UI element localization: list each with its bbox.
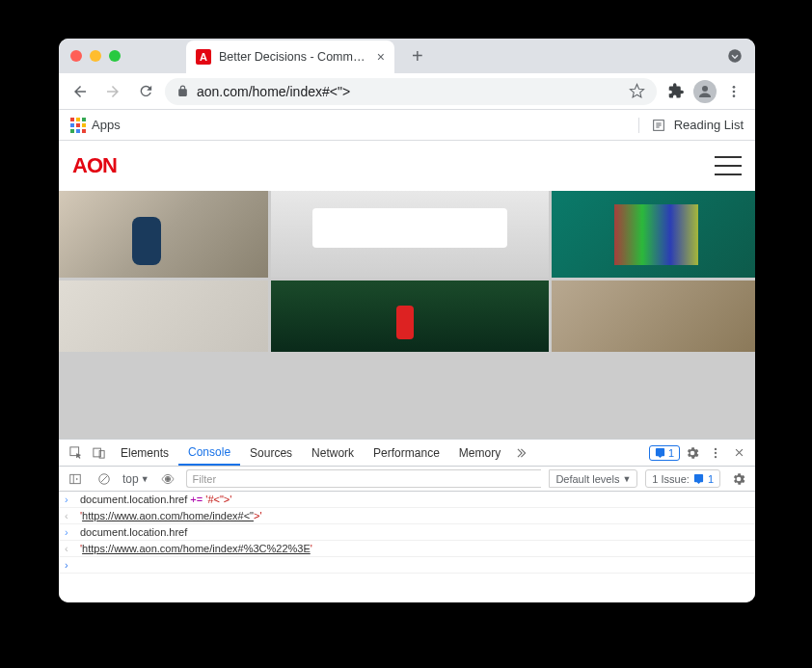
hamburger-menu-button[interactable] <box>715 156 742 175</box>
page-content: AON <box>59 141 755 439</box>
hero-tile <box>271 281 550 352</box>
address-bar: aon.com/home/index#<"> <box>59 73 755 110</box>
inspect-element-button[interactable] <box>65 445 86 460</box>
issues-button[interactable]: 1 Issue: 1 <box>645 469 720 488</box>
svg-point-19 <box>166 477 170 481</box>
hero-tile <box>59 281 268 352</box>
sidebar-toggle-button[interactable] <box>65 472 86 486</box>
url-text: aon.com/home/index#<"> <box>197 84 350 99</box>
star-icon[interactable] <box>629 83 645 99</box>
close-devtools-button[interactable] <box>728 446 749 459</box>
traffic-lights <box>70 50 121 62</box>
menu-button[interactable] <box>720 78 747 105</box>
live-expression-button[interactable] <box>157 471 178 487</box>
svg-point-14 <box>715 455 717 457</box>
close-window-button[interactable] <box>70 50 82 62</box>
extensions-button[interactable] <box>663 78 690 105</box>
browser-tab[interactable]: A Better Decisions - Commercial × <box>186 40 394 73</box>
clear-console-button[interactable] <box>94 472 115 486</box>
svg-point-3 <box>733 90 736 93</box>
console-prompt[interactable]: › <box>59 557 755 574</box>
bookmarks-bar: Apps Reading List <box>59 110 755 141</box>
devtools-panel: ElementsConsoleSourcesNetworkPerformance… <box>59 439 755 602</box>
svg-point-4 <box>733 94 736 97</box>
device-toolbar-button[interactable] <box>88 445 109 460</box>
hero-tile <box>552 191 755 278</box>
log-levels-selector[interactable]: Default levels ▼ <box>549 469 637 488</box>
svg-point-2 <box>733 86 736 89</box>
profile-button[interactable] <box>693 80 717 103</box>
console-line: ‹'https://www.aon.com/home/index#%3C%22%… <box>59 541 755 557</box>
reading-list-button[interactable]: Reading List <box>638 118 744 133</box>
console-line: ›document.location.href <box>59 524 755 541</box>
apps-label: Apps <box>92 118 121 132</box>
devtools-tab-network[interactable]: Network <box>302 440 364 466</box>
console-settings-button[interactable] <box>728 471 749 487</box>
svg-rect-15 <box>70 474 81 483</box>
chevron-down-icon[interactable] <box>726 47 744 65</box>
svg-line-18 <box>101 475 108 482</box>
svg-point-12 <box>715 447 717 449</box>
url-input[interactable]: aon.com/home/index#<"> <box>165 78 657 105</box>
devtools-tab-sources[interactable]: Sources <box>240 440 302 466</box>
forward-button[interactable] <box>99 78 126 105</box>
console-output[interactable]: ›document.location.href += '#<">'‹'https… <box>59 492 755 602</box>
console-toolbar: top ▼ Filter Default levels ▼ 1 Issue: 1 <box>59 467 755 492</box>
browser-window: A Better Decisions - Commercial × + aon.… <box>59 39 755 602</box>
svg-point-13 <box>715 451 717 453</box>
reload-button[interactable] <box>132 78 159 105</box>
lock-icon <box>176 85 189 97</box>
hero-tile <box>59 191 268 278</box>
apps-shortcut[interactable]: Apps <box>70 118 121 133</box>
new-tab-button[interactable]: + <box>412 45 423 67</box>
maximize-window-button[interactable] <box>109 50 121 62</box>
devtools-tab-console[interactable]: Console <box>178 440 240 466</box>
svg-point-1 <box>702 86 708 92</box>
filter-input[interactable]: Filter <box>186 469 542 488</box>
favicon-icon: A <box>196 49 211 65</box>
hero-tile <box>271 191 550 278</box>
console-line: ›document.location.href += '#<">' <box>59 492 755 508</box>
titlebar: A Better Decisions - Commercial × + <box>59 39 755 73</box>
context-selector[interactable]: top ▼ <box>122 472 149 486</box>
console-line: ‹'https://www.aon.com/home/index#<">' <box>59 508 755 524</box>
hero-tile <box>552 281 755 352</box>
settings-button[interactable] <box>682 445 703 461</box>
site-header: AON <box>59 141 755 191</box>
reading-list-label: Reading List <box>674 118 744 132</box>
chrome-top: A Better Decisions - Commercial × + <box>59 39 755 73</box>
close-tab-button[interactable]: × <box>377 49 385 65</box>
reading-list-icon <box>651 118 666 133</box>
tab-title: Better Decisions - Commercial <box>219 50 369 64</box>
devtools-tabs: ElementsConsoleSourcesNetworkPerformance… <box>59 440 755 467</box>
more-tabs-button[interactable] <box>512 446 533 460</box>
devtools-tab-elements[interactable]: Elements <box>111 440 178 466</box>
hero-grid <box>59 191 755 439</box>
aon-logo[interactable]: AON <box>72 153 117 178</box>
back-button[interactable] <box>67 78 94 105</box>
devtools-menu-button[interactable] <box>705 446 726 460</box>
minimize-window-button[interactable] <box>90 50 101 62</box>
devtools-tab-performance[interactable]: Performance <box>364 440 449 466</box>
svg-point-0 <box>728 49 742 63</box>
console-count-badge[interactable]: 1 <box>649 445 680 461</box>
devtools-tab-memory[interactable]: Memory <box>449 440 510 466</box>
apps-icon <box>70 118 86 133</box>
